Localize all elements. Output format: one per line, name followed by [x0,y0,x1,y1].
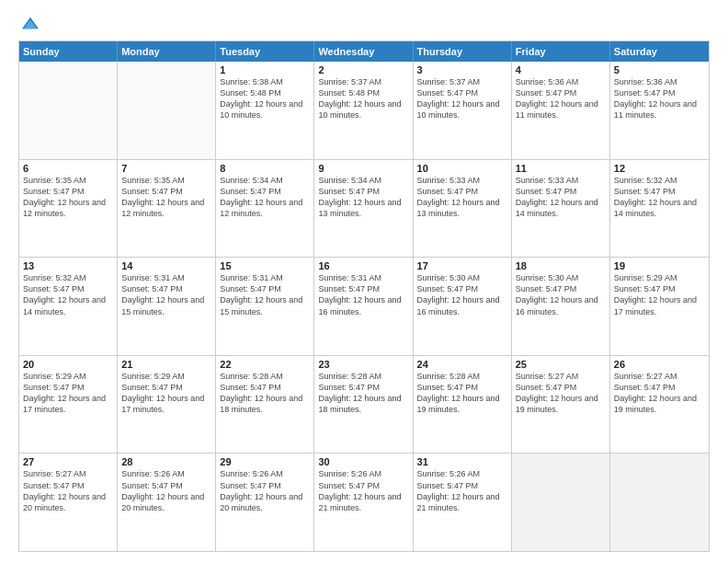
cell-detail: Sunrise: 5:27 AM Sunset: 5:47 PM Dayligh… [23,468,113,513]
cell-detail: Sunrise: 5:33 AM Sunset: 5:47 PM Dayligh… [516,175,606,220]
calendar-week-2: 6Sunrise: 5:35 AM Sunset: 5:47 PM Daylig… [19,159,709,258]
day-number: 19 [614,260,705,271]
cell-detail: Sunrise: 5:28 AM Sunset: 5:47 PM Dayligh… [318,371,408,416]
table-row: 17Sunrise: 5:30 AM Sunset: 5:47 PM Dayli… [414,258,512,355]
day-number: 11 [516,163,606,174]
cell-detail: Sunrise: 5:37 AM Sunset: 5:47 PM Dayligh… [417,76,507,121]
cell-detail: Sunrise: 5:26 AM Sunset: 5:47 PM Dayligh… [220,468,310,513]
day-number: 1 [220,64,310,75]
table-row [118,62,216,159]
cell-detail: Sunrise: 5:31 AM Sunset: 5:47 PM Dayligh… [220,272,310,317]
table-row: 23Sunrise: 5:28 AM Sunset: 5:47 PM Dayli… [314,356,413,454]
table-row: 27Sunrise: 5:27 AM Sunset: 5:47 PM Dayli… [19,454,118,551]
table-row: 24Sunrise: 5:28 AM Sunset: 5:47 PM Dayli… [414,356,512,454]
table-row: 12Sunrise: 5:32 AM Sunset: 5:47 PM Dayli… [610,160,709,258]
calendar-week-3: 13Sunrise: 5:32 AM Sunset: 5:47 PM Dayli… [19,257,709,355]
cell-detail: Sunrise: 5:36 AM Sunset: 5:47 PM Dayligh… [614,76,705,121]
cell-detail: Sunrise: 5:34 AM Sunset: 5:47 PM Dayligh… [220,175,310,220]
header-saturday: Saturday [610,41,709,62]
cell-detail: Sunrise: 5:30 AM Sunset: 5:47 PM Dayligh… [516,272,606,317]
table-row [19,62,118,159]
header-tuesday: Tuesday [216,41,314,62]
table-row: 1Sunrise: 5:38 AM Sunset: 5:48 PM Daylig… [216,62,314,159]
day-number: 16 [318,260,408,271]
table-row: 30Sunrise: 5:26 AM Sunset: 5:47 PM Dayli… [314,454,413,551]
calendar: Sunday Monday Tuesday Wednesday Thursday… [18,40,710,552]
table-row: 19Sunrise: 5:29 AM Sunset: 5:47 PM Dayli… [610,258,709,355]
day-number: 31 [417,456,507,467]
calendar-header: Sunday Monday Tuesday Wednesday Thursday… [19,41,709,62]
table-row: 7Sunrise: 5:35 AM Sunset: 5:47 PM Daylig… [118,160,216,258]
header [18,15,710,31]
table-row: 2Sunrise: 5:37 AM Sunset: 5:48 PM Daylig… [314,62,413,159]
cell-detail: Sunrise: 5:27 AM Sunset: 5:47 PM Dayligh… [516,371,606,416]
cell-detail: Sunrise: 5:32 AM Sunset: 5:47 PM Dayligh… [23,272,113,317]
cell-detail: Sunrise: 5:27 AM Sunset: 5:47 PM Dayligh… [614,371,705,416]
table-row: 25Sunrise: 5:27 AM Sunset: 5:47 PM Dayli… [512,356,610,454]
header-sunday: Sunday [19,41,118,62]
header-friday: Friday [512,41,610,62]
header-monday: Monday [118,41,216,62]
day-number: 25 [516,359,606,370]
cell-detail: Sunrise: 5:32 AM Sunset: 5:47 PM Dayligh… [614,175,705,220]
day-number: 6 [23,163,113,174]
cell-detail: Sunrise: 5:37 AM Sunset: 5:48 PM Dayligh… [318,76,408,121]
day-number: 20 [23,359,113,370]
table-row: 16Sunrise: 5:31 AM Sunset: 5:47 PM Dayli… [314,258,413,355]
day-number: 4 [516,64,606,75]
logo-icon [22,15,39,31]
calendar-week-1: 1Sunrise: 5:38 AM Sunset: 5:48 PM Daylig… [19,62,709,159]
table-row: 3Sunrise: 5:37 AM Sunset: 5:47 PM Daylig… [414,62,512,159]
table-row: 10Sunrise: 5:33 AM Sunset: 5:47 PM Dayli… [414,160,512,258]
table-row: 28Sunrise: 5:26 AM Sunset: 5:47 PM Dayli… [118,454,216,551]
table-row: 8Sunrise: 5:34 AM Sunset: 5:47 PM Daylig… [216,160,314,258]
cell-detail: Sunrise: 5:26 AM Sunset: 5:47 PM Dayligh… [318,468,408,513]
day-number: 29 [220,456,310,467]
header-thursday: Thursday [414,41,512,62]
day-number: 14 [121,260,211,271]
day-number: 9 [318,163,408,174]
logo [18,15,39,31]
day-number: 17 [417,260,507,271]
table-row: 6Sunrise: 5:35 AM Sunset: 5:47 PM Daylig… [19,160,118,258]
cell-detail: Sunrise: 5:28 AM Sunset: 5:47 PM Dayligh… [417,371,507,416]
table-row: 15Sunrise: 5:31 AM Sunset: 5:47 PM Dayli… [216,258,314,355]
day-number: 12 [614,163,705,174]
cell-detail: Sunrise: 5:35 AM Sunset: 5:47 PM Dayligh… [23,175,113,220]
day-number: 26 [614,359,705,370]
day-number: 21 [121,359,211,370]
cell-detail: Sunrise: 5:38 AM Sunset: 5:48 PM Dayligh… [220,76,310,121]
day-number: 18 [516,260,606,271]
cell-detail: Sunrise: 5:33 AM Sunset: 5:47 PM Dayligh… [417,175,507,220]
day-number: 2 [318,64,408,75]
cell-detail: Sunrise: 5:35 AM Sunset: 5:47 PM Dayligh… [121,175,211,220]
table-row: 29Sunrise: 5:26 AM Sunset: 5:47 PM Dayli… [216,454,314,551]
table-row: 26Sunrise: 5:27 AM Sunset: 5:47 PM Dayli… [610,356,709,454]
cell-detail: Sunrise: 5:26 AM Sunset: 5:47 PM Dayligh… [121,468,211,513]
cell-detail: Sunrise: 5:31 AM Sunset: 5:47 PM Dayligh… [318,272,408,317]
table-row: 18Sunrise: 5:30 AM Sunset: 5:47 PM Dayli… [512,258,610,355]
day-number: 8 [220,163,310,174]
day-number: 3 [417,64,507,75]
calendar-week-5: 27Sunrise: 5:27 AM Sunset: 5:47 PM Dayli… [19,453,709,551]
day-number: 22 [220,359,310,370]
header-wednesday: Wednesday [314,41,413,62]
page: Sunday Monday Tuesday Wednesday Thursday… [0,0,728,563]
cell-detail: Sunrise: 5:36 AM Sunset: 5:47 PM Dayligh… [516,76,606,121]
table-row: 4Sunrise: 5:36 AM Sunset: 5:47 PM Daylig… [512,62,610,159]
day-number: 23 [318,359,408,370]
cell-detail: Sunrise: 5:30 AM Sunset: 5:47 PM Dayligh… [417,272,507,317]
day-number: 30 [318,456,408,467]
day-number: 13 [23,260,113,271]
table-row: 9Sunrise: 5:34 AM Sunset: 5:47 PM Daylig… [314,160,413,258]
table-row: 14Sunrise: 5:31 AM Sunset: 5:47 PM Dayli… [118,258,216,355]
cell-detail: Sunrise: 5:29 AM Sunset: 5:47 PM Dayligh… [23,371,113,416]
day-number: 27 [23,456,113,467]
cell-detail: Sunrise: 5:29 AM Sunset: 5:47 PM Dayligh… [614,272,705,317]
table-row: 21Sunrise: 5:29 AM Sunset: 5:47 PM Dayli… [118,356,216,454]
cell-detail: Sunrise: 5:34 AM Sunset: 5:47 PM Dayligh… [318,175,408,220]
table-row: 5Sunrise: 5:36 AM Sunset: 5:47 PM Daylig… [610,62,709,159]
table-row: 20Sunrise: 5:29 AM Sunset: 5:47 PM Dayli… [19,356,118,454]
table-row: 11Sunrise: 5:33 AM Sunset: 5:47 PM Dayli… [512,160,610,258]
cell-detail: Sunrise: 5:28 AM Sunset: 5:47 PM Dayligh… [220,371,310,416]
